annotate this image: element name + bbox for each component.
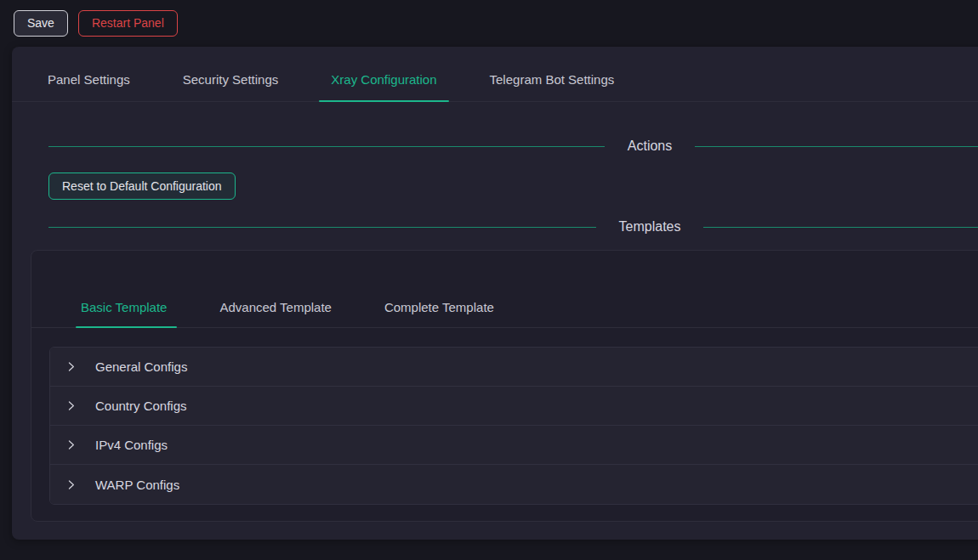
accordion-item-label: WARP Configs [95, 478, 179, 492]
tab-security-settings[interactable]: Security Settings [183, 72, 279, 101]
actions-section-title: Actions [628, 139, 672, 154]
tab-xray-configuration[interactable]: Xray Configuration [331, 72, 436, 101]
settings-tab-bar: Panel Settings Security Settings Xray Co… [12, 47, 978, 102]
accordion-item-label: IPv4 Configs [95, 438, 168, 452]
settings-card: Panel Settings Security Settings Xray Co… [12, 47, 978, 540]
accordion-item-country-configs[interactable]: Country Configs [50, 387, 978, 426]
accordion-item-label: Country Configs [95, 399, 187, 413]
templates-card: Basic Template Advanced Template Complet… [31, 250, 978, 522]
templates-section-title: Templates [619, 219, 681, 235]
chevron-right-icon [65, 478, 77, 490]
accordion-item-general-configs[interactable]: General Configs [50, 348, 978, 387]
template-tab-bar: Basic Template Advanced Template Complet… [31, 251, 978, 328]
save-button[interactable]: Save [14, 10, 68, 37]
restart-panel-button[interactable]: Restart Panel [78, 10, 178, 37]
tab-telegram-bot-settings[interactable]: Telegram Bot Settings [490, 72, 615, 101]
accordion-item-label: General Configs [95, 359, 187, 374]
chevron-right-icon [65, 400, 77, 412]
tab-complete-template[interactable]: Complete Template [384, 300, 494, 327]
tab-basic-template[interactable]: Basic Template [81, 300, 167, 327]
toolbar: Save Restart Panel [0, 0, 978, 47]
chevron-right-icon [65, 439, 77, 451]
reset-default-config-button[interactable]: Reset to Default Configuration [48, 173, 236, 200]
accordion-item-ipv4-configs[interactable]: IPv4 Configs [50, 426, 978, 465]
template-config-accordion: General Configs Country Configs IPv4 Con… [49, 347, 978, 505]
tab-advanced-template[interactable]: Advanced Template [219, 300, 331, 327]
accordion-item-warp-configs[interactable]: WARP Configs [50, 465, 978, 504]
chevron-right-icon [65, 361, 77, 373]
actions-section-divider: Actions [48, 139, 978, 154]
tab-panel-settings[interactable]: Panel Settings [48, 72, 130, 101]
templates-section-divider: Templates [48, 219, 978, 235]
